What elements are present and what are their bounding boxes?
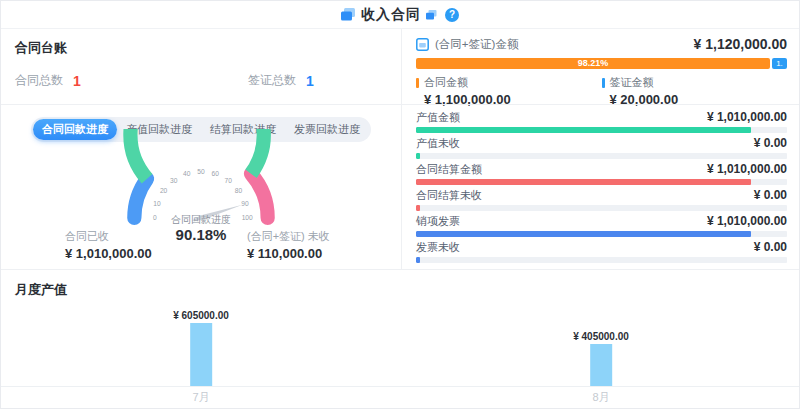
amount-progress-bar: 98.21% 1. <box>416 58 787 69</box>
monthly-output-title: 月度产值 <box>15 281 787 299</box>
metric-value: ¥ 0.00 <box>754 240 787 254</box>
received-value: ¥ 1,010,000.00 <box>65 246 152 261</box>
contract-ledger-card: 合同台账 合同总数 1 签证总数 1 <box>1 29 401 104</box>
visa-total-label: 签证总数 <box>248 72 296 89</box>
metric-bar-track <box>416 257 787 263</box>
metric-bar-fill <box>416 257 420 263</box>
metric-bar-track <box>416 179 787 185</box>
metric-label: 产值未收 <box>416 136 460 151</box>
metric-bar-fill <box>416 179 751 185</box>
page-header: 收入合同 ? <box>1 1 799 29</box>
metric-bar-fill <box>416 231 751 237</box>
contract-folder-icon <box>341 8 356 21</box>
gauge-segment <box>251 174 268 218</box>
ledger-stats: 合同总数 1 签证总数 1 <box>15 72 387 90</box>
received-label: 合同已收 <box>65 229 152 244</box>
metric-bar-track <box>416 205 787 211</box>
metric-bar-fill <box>416 127 751 133</box>
amount-summary-label: (合同+签证)金额 <box>435 37 518 52</box>
gauge-tick-label: 50 <box>197 168 205 175</box>
metric-row: 产值未收¥ 0.00 <box>416 136 787 159</box>
amount-doc-icon <box>416 38 429 51</box>
metric-label: 产值金额 <box>416 110 460 125</box>
gauge-title: 合同回款进度 <box>1 213 401 227</box>
visa-total-value: 1 <box>306 73 314 89</box>
metric-value: ¥ 0.00 <box>754 136 787 150</box>
gauge-tick-label: 30 <box>170 177 178 184</box>
metric-row: 发票未收¥ 0.00 <box>416 240 787 263</box>
bar-group: ¥ 605000.007月 <box>173 310 229 386</box>
metric-value: ¥ 0.00 <box>754 188 787 202</box>
unreceived-label: (合同+签证) 未收 <box>247 229 330 244</box>
metric-value: ¥ 1,010,000.00 <box>707 214 787 228</box>
gauge-tick-label: 60 <box>212 170 220 177</box>
gauge-segment <box>134 179 147 218</box>
gauge-tick-label: 70 <box>224 177 232 184</box>
help-icon[interactable]: ? <box>445 8 459 22</box>
ledger-title: 合同台账 <box>15 39 387 57</box>
gauge-tick-label: 90 <box>241 200 249 207</box>
metric-bar-track <box>416 153 787 159</box>
contract-amount-label: 合同金额 <box>424 75 468 90</box>
metric-row: 产值金额¥ 1,010,000.00 <box>416 110 787 133</box>
amount-summary-total: ¥ 1,120,000.00 <box>694 36 787 52</box>
contract-mini-icon <box>426 10 437 20</box>
bar <box>590 344 612 386</box>
gauge-tick-label: 10 <box>153 200 161 207</box>
contract-amount-segment: 98.21% <box>416 58 770 69</box>
metric-value: ¥ 1,010,000.00 <box>707 110 787 124</box>
unreceived-stat: (合同+签证) 未收 ¥ 110,000.00 <box>247 229 330 261</box>
contract-total-label: 合同总数 <box>15 72 63 89</box>
metric-bar-fill <box>416 205 420 211</box>
amount-summary-row: (合同+签证)金额 ¥ 1,120,000.00 <box>416 36 787 52</box>
amount-summary-card: (合同+签证)金额 ¥ 1,120,000.00 98.21% 1. 合同金额 … <box>401 29 800 104</box>
income-contract-dashboard: 收入合同 ? 合同台账 合同总数 1 签证总数 1 (合同+签证)金额 ¥ 1,… <box>0 0 800 409</box>
metric-label: 合同结算未收 <box>416 188 482 203</box>
amount-legend: 合同金额 ¥ 1,100,000.00 签证金额 ¥ 20,000.00 <box>416 75 787 107</box>
received-stat: 合同已收 ¥ 1,010,000.00 <box>65 229 152 261</box>
bar-group: ¥ 405000.008月 <box>573 331 629 386</box>
metric-bar-track <box>416 231 787 237</box>
metric-bar-track <box>416 127 787 133</box>
legend-contract-amount: 合同金额 ¥ 1,100,000.00 <box>416 75 602 107</box>
metric-label: 销项发票 <box>416 214 460 229</box>
gauge-value: 90.18% <box>1 226 401 243</box>
metric-row: 销项发票¥ 1,010,000.00 <box>416 214 787 237</box>
visa-amount-segment: 1. <box>772 58 787 69</box>
visa-total-stat: 签证总数 1 <box>248 72 314 89</box>
page-title: 收入合同 <box>361 6 421 24</box>
bar-value-label: ¥ 605000.00 <box>173 310 229 321</box>
bar-value-label: ¥ 405000.00 <box>573 331 629 342</box>
bar-month-label: 7月 <box>192 390 209 405</box>
bar-month-label: 8月 <box>592 390 609 405</box>
metric-value: ¥ 1,010,000.00 <box>707 162 787 176</box>
metric-row: 合同结算未收¥ 0.00 <box>416 188 787 211</box>
legend-visa-amount: 签证金额 ¥ 20,000.00 <box>602 75 788 107</box>
unreceived-value: ¥ 110,000.00 <box>247 246 330 261</box>
contract-amount-swatch <box>416 78 419 88</box>
gauge-tick-label: 20 <box>160 187 168 194</box>
bar <box>190 323 212 386</box>
visa-amount-label: 签证金额 <box>610 75 654 90</box>
metric-label: 合同结算金额 <box>416 162 482 177</box>
contract-total-stat: 合同总数 1 <box>15 72 81 89</box>
monthly-output-chart: ¥ 605000.007月¥ 405000.008月 <box>1 300 800 387</box>
gauge-tick-label: 80 <box>235 187 243 194</box>
gauge-tick-label: 40 <box>183 170 191 177</box>
contract-total-value: 1 <box>73 73 81 89</box>
recovery-progress-card: 合同回款进度产值回款进度结算回款进度发票回款进度 010203040506070… <box>1 104 401 269</box>
metric-label: 发票未收 <box>416 240 460 255</box>
amount-metrics-list: 产值金额¥ 1,010,000.00产值未收¥ 0.00合同结算金额¥ 1,01… <box>401 104 800 269</box>
visa-amount-swatch <box>602 78 605 88</box>
metric-row: 合同结算金额¥ 1,010,000.00 <box>416 162 787 185</box>
monthly-output-card: 月度产值 ¥ 605000.007月¥ 405000.008月 <box>1 269 800 409</box>
metric-bar-fill <box>416 153 420 159</box>
